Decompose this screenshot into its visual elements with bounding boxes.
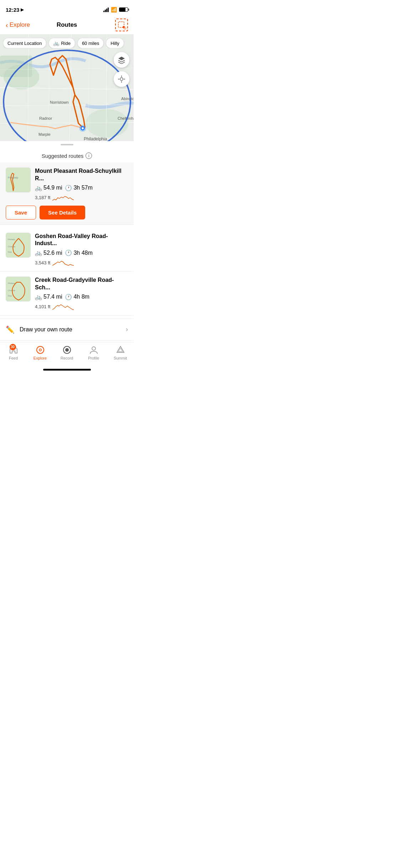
svg-text:Cheltenham: Cheltenham	[118, 116, 134, 120]
svg-point-4	[86, 109, 128, 138]
filter-bar: Current Location 🚲 Ride 60 miles Hilly	[3, 38, 131, 48]
map-container[interactable]: Norristown Abington Radnor Cheltenham Ma…	[0, 34, 134, 141]
back-chevron-icon: ‹	[6, 21, 8, 29]
svg-text:Chester: Chester	[8, 289, 15, 291]
svg-text:Philade: Philade	[8, 238, 15, 241]
clock-icon-3: 🕐	[65, 294, 72, 300]
route-distance-1: 🚲 54.9 mi	[35, 185, 62, 191]
location-button[interactable]	[114, 71, 129, 87]
route-elevation-1: 3,187 ft	[35, 194, 74, 201]
tab-profile[interactable]: Profile	[83, 345, 104, 360]
svg-marker-45	[117, 346, 124, 352]
route-duration-3: 🕐 4h 8m	[65, 294, 89, 300]
status-icons: 📶	[103, 7, 128, 12]
back-label: Explore	[10, 21, 30, 29]
bike-icon-2: 🚲	[35, 249, 42, 256]
location-arrow-icon: ▶	[21, 7, 24, 12]
tab-explore[interactable]: Explore	[30, 345, 51, 360]
profile-icon	[89, 345, 98, 355]
clock-icon-1: 🕐	[65, 185, 72, 191]
tab-record-label: Record	[61, 356, 73, 360]
summit-icon	[116, 345, 125, 355]
svg-point-41	[39, 349, 41, 351]
tab-summit-label: Summit	[114, 356, 127, 360]
svg-point-43	[65, 348, 69, 352]
svg-text:Dep: Dep	[8, 251, 12, 253]
status-time: 12:23	[6, 7, 19, 13]
tab-feed-label: Feed	[9, 356, 18, 360]
svg-rect-30	[6, 168, 31, 192]
route-card-1: Philadelp Mount Pleasant Road-Schuylkill…	[0, 162, 134, 225]
route-card-3: Philade Chester Dep Creek Road-Gradyvill…	[0, 272, 134, 316]
route-card-2: Philade Chester Dep Goshen Road-Valley R…	[0, 228, 134, 272]
svg-rect-5	[0, 56, 32, 77]
see-details-button-1[interactable]: See Details	[40, 206, 85, 219]
chevron-right-icon: ›	[126, 326, 128, 333]
filter-location-label: Current Location	[7, 41, 42, 46]
filter-distance[interactable]: 60 miles	[77, 38, 104, 48]
signal-bars	[103, 7, 109, 12]
filter-terrain[interactable]: Hilly	[106, 38, 124, 48]
svg-point-25	[120, 78, 123, 81]
wifi-icon: 📶	[111, 7, 117, 12]
route-duration-2: 🕐 3h 48m	[65, 249, 92, 256]
svg-point-1	[123, 26, 125, 28]
info-icon[interactable]: i	[86, 153, 92, 159]
map-controls	[114, 52, 129, 87]
pencil-icon: ✏️	[6, 325, 15, 334]
route-elevation-3: 4,101 ft	[35, 303, 74, 310]
tab-summit[interactable]: Summit	[110, 345, 131, 360]
svg-text:Dep: Dep	[8, 295, 12, 297]
svg-point-44	[92, 347, 96, 350]
tab-explore-label: Explore	[34, 356, 47, 360]
route-name-2: Goshen Road-Valley Road-Indust...	[35, 233, 128, 248]
tab-bar: 30 Feed Explore Record Profile Summit	[0, 342, 134, 367]
drag-handle	[61, 144, 73, 145]
svg-text:Norristown: Norristown	[50, 100, 69, 104]
record-icon	[62, 345, 72, 355]
suggested-label: Suggested routes	[42, 153, 84, 159]
tab-record[interactable]: Record	[56, 345, 78, 360]
route-distance-2: 🚲 52.6 mi	[35, 249, 62, 256]
routes-section: Suggested routes i Philadelp Mount Pleas…	[0, 148, 134, 319]
svg-point-23	[82, 127, 84, 129]
tab-profile-label: Profile	[88, 356, 99, 360]
route-thumb-3: Philade Chester Dep	[6, 277, 31, 301]
svg-text:Radnor: Radnor	[39, 116, 52, 120]
svg-text:Marple: Marple	[38, 132, 51, 136]
layers-button[interactable]	[114, 52, 129, 68]
svg-text:Philade: Philade	[8, 282, 15, 284]
route-thumb-1: Philadelp	[6, 167, 31, 192]
status-bar: 12:23 ▶ 📶	[0, 0, 134, 16]
filter-type-label: Ride	[61, 41, 71, 46]
route-distance-3: 🚲 57.4 mi	[35, 294, 62, 300]
svg-text:Philadelphia: Philadelphia	[84, 136, 107, 141]
draw-route-row[interactable]: ✏️ Draw your own route ›	[0, 319, 134, 341]
clock-icon-2: 🕐	[65, 249, 72, 256]
battery-icon	[119, 7, 128, 12]
filter-terrain-label: Hilly	[110, 41, 119, 46]
bike-icon: 🚲	[53, 40, 59, 46]
route-duration-1: 🕐 3h 57m	[65, 185, 92, 191]
route-elevation-2: 3,543 ft	[35, 259, 74, 266]
route-name-1: Mount Pleasant Road-Schuylkill R...	[35, 167, 128, 182]
svg-text:Abington: Abington	[121, 97, 134, 101]
svg-point-40	[37, 346, 44, 353]
bike-icon-3: 🚲	[35, 294, 42, 300]
suggested-header: Suggested routes i	[0, 148, 134, 162]
page-title: Routes	[57, 21, 77, 29]
route-actions-1: Save See Details	[6, 206, 128, 219]
route-draw-icon[interactable]	[115, 19, 128, 31]
bike-icon-1: 🚲	[35, 185, 42, 191]
filter-location[interactable]: Current Location	[3, 38, 46, 48]
route-thumb-2: Philade Chester Dep	[6, 233, 31, 258]
svg-text:Chester: Chester	[8, 246, 15, 248]
filter-type[interactable]: 🚲 Ride	[48, 38, 75, 48]
save-button-1[interactable]: Save	[6, 206, 36, 219]
explore-icon	[36, 345, 45, 355]
back-button[interactable]: ‹ Explore	[6, 21, 30, 29]
tab-feed[interactable]: 30 Feed	[3, 345, 24, 360]
filter-distance-label: 60 miles	[82, 41, 99, 46]
route-name-3: Creek Road-Gradyville Road-Sch...	[35, 277, 128, 291]
svg-rect-0	[118, 22, 124, 27]
